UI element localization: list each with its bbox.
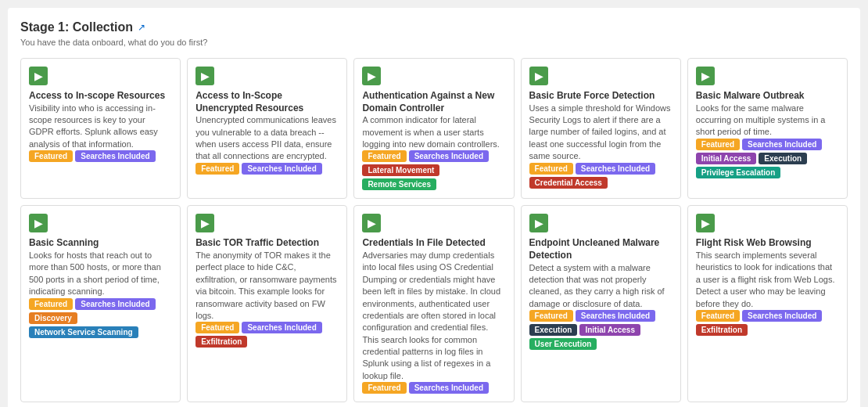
card-access-unencrypted: ▶Access to In-Scope Unencrypted Resource… [187, 58, 347, 199]
tag-featured[interactable]: Featured [362, 382, 406, 394]
card-icon: ▶ [29, 67, 48, 85]
card-brute-force: ▶Basic Brute Force DetectionUses a simpl… [521, 58, 681, 199]
card-description: The anonymity of TOR makes it the perfec… [195, 250, 339, 322]
card-title: Flight Risk Web Browsing [696, 237, 839, 250]
tag-featured[interactable]: Featured [696, 310, 740, 322]
card-title: Basic Malware Outbreak [696, 90, 839, 103]
tag-discovery[interactable]: Discovery [29, 312, 77, 324]
card-tags: FeaturedSearches Included [29, 150, 172, 162]
tag-privilege_escalation[interactable]: Privilege Escalation [696, 167, 781, 178]
tag-searches_included[interactable]: Searches Included [242, 322, 321, 333]
tag-searches_included[interactable]: Searches Included [75, 298, 155, 310]
card-icon: ▶ [362, 214, 381, 232]
card-tags: FeaturedSearches Included [362, 382, 505, 394]
tag-credential_access[interactable]: Credential Access [529, 177, 608, 189]
tag-remote_services[interactable]: Remote Services [362, 178, 436, 190]
tag-featured[interactable]: Featured [29, 150, 73, 162]
tag-searches_included[interactable]: Searches Included [576, 163, 655, 175]
tag-exfiltration[interactable]: Exfiltration [696, 324, 748, 336]
card-credentials-in-file: ▶Credentials In File DetectedAdversaries… [353, 205, 514, 402]
card-tags: FeaturedSearches IncludedCredential Acce… [529, 163, 673, 189]
tag-exfiltration[interactable]: Exfiltration [195, 336, 247, 348]
cards-row-1: ▶Access to In-scope ResourcesVisibility … [20, 58, 848, 199]
card-title: Authentication Against a New Domain Cont… [362, 90, 505, 114]
card-title: Access to In-Scope Unencrypted Resources [195, 90, 339, 114]
stage-title: Stage 1: Collection [20, 20, 133, 34]
card-tags: FeaturedSearches IncludedDiscoveryNetwor… [29, 298, 172, 338]
tag-searches_included[interactable]: Searches Included [742, 310, 822, 322]
tag-execution[interactable]: Execution [759, 153, 807, 164]
card-tags: FeaturedSearches IncludedExecutionInitia… [529, 310, 673, 350]
tag-featured[interactable]: Featured [29, 298, 73, 310]
card-access-in-scope: ▶Access to In-scope ResourcesVisibility … [20, 58, 181, 199]
external-link-icon[interactable]: ↗ [138, 22, 145, 33]
card-description: Looks for hosts that reach out to more t… [29, 250, 172, 298]
card-title: Basic Scanning [29, 237, 172, 250]
card-tor-traffic: ▶Basic TOR Traffic DetectionThe anonymit… [187, 205, 347, 402]
tag-searches_included[interactable]: Searches Included [242, 163, 321, 175]
tag-lateral_movement[interactable]: Lateral Movement [362, 164, 439, 176]
cards-row-2: ▶Basic ScanningLooks for hosts that reac… [20, 205, 848, 402]
tag-network_service_scanning[interactable]: Network Service Scanning [29, 326, 138, 338]
card-description: Detect a system with a malware detection… [529, 262, 673, 311]
card-icon: ▶ [195, 214, 214, 232]
card-title: Credentials In File Detected [362, 237, 505, 250]
card-title: Basic Brute Force Detection [529, 90, 673, 103]
card-description: Unencrypted communications leaves you vu… [195, 114, 339, 163]
card-tags: FeaturedSearches IncludedExfiltration [195, 322, 339, 348]
tag-featured[interactable]: Featured [195, 322, 239, 333]
card-basic-scanning: ▶Basic ScanningLooks for hosts that reac… [20, 205, 181, 402]
card-malware-outbreak: ▶Basic Malware OutbreakLooks for the sam… [687, 58, 848, 199]
card-description: Uses a simple threshold for Windows Secu… [529, 103, 673, 163]
tag-searches_included[interactable]: Searches Included [576, 310, 655, 322]
card-description: A common indicator for lateral movement … [362, 114, 505, 150]
tag-searches_included[interactable]: Searches Included [409, 150, 489, 162]
card-tags: FeaturedSearches IncludedLateral Movemen… [362, 150, 505, 190]
card-title: Endpoint Uncleaned Malware Detection [529, 237, 673, 261]
tag-user_execution[interactable]: User Execution [529, 338, 597, 350]
card-description: Looks for the same malware occurring on … [696, 103, 839, 139]
card-icon: ▶ [195, 67, 214, 85]
card-endpoint-uncleaned: ▶Endpoint Uncleaned Malware DetectionDet… [521, 205, 681, 402]
card-icon: ▶ [29, 214, 48, 232]
card-tags: FeaturedSearches Included [195, 163, 339, 175]
card-tags: FeaturedSearches IncludedExfiltration [696, 310, 839, 336]
card-icon: ▶ [696, 214, 715, 232]
tag-featured[interactable]: Featured [195, 163, 239, 175]
card-description: Visibility into who is accessing in-scop… [29, 103, 172, 151]
page-container: Stage 1: Collection ↗ You have the data … [8, 8, 860, 407]
tag-initial_access[interactable]: Initial Access [579, 324, 640, 336]
card-icon: ▶ [529, 67, 548, 85]
card-icon: ▶ [529, 214, 548, 232]
tag-featured[interactable]: Featured [362, 150, 406, 162]
tag-featured[interactable]: Featured [529, 163, 573, 175]
card-icon: ▶ [696, 67, 715, 85]
tag-featured[interactable]: Featured [696, 139, 740, 150]
card-description: Adversaries may dump credentials into lo… [362, 250, 505, 382]
tag-execution[interactable]: Execution [529, 324, 578, 336]
tag-searches_included[interactable]: Searches Included [75, 150, 155, 162]
card-icon: ▶ [362, 67, 381, 85]
card-tags: FeaturedSearches IncludedInitial AccessE… [696, 139, 839, 178]
stage-subtitle: You have the data onboard, what do you d… [20, 38, 848, 47]
stage-header: Stage 1: Collection ↗ [20, 20, 848, 34]
tag-searches_included[interactable]: Searches Included [742, 139, 822, 150]
card-auth-domain-controller: ▶Authentication Against a New Domain Con… [353, 58, 514, 199]
card-title: Basic TOR Traffic Detection [195, 237, 339, 250]
tag-featured[interactable]: Featured [529, 310, 573, 322]
card-flight-risk: ▶Flight Risk Web BrowsingThis search imp… [687, 205, 848, 402]
tag-initial_access[interactable]: Initial Access [696, 153, 757, 164]
card-title: Access to In-scope Resources [29, 90, 172, 103]
card-description: This search implements several heuristic… [696, 250, 839, 310]
tag-searches_included[interactable]: Searches Included [409, 382, 489, 394]
